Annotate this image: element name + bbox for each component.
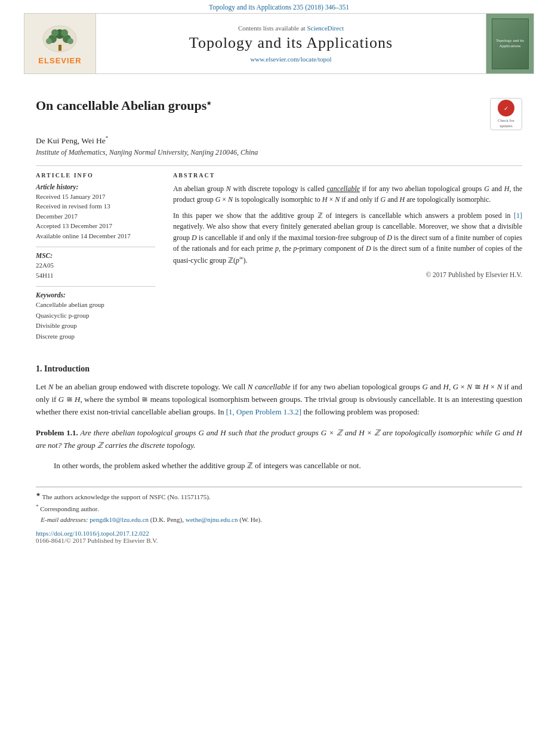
abstract-ref-1-link[interactable]: [1]	[514, 211, 522, 220]
article-info-heading: ARTICLE INFO	[36, 172, 155, 179]
keywords-label: Keywords:	[36, 291, 155, 299]
check-updates-icon: ✓	[498, 100, 514, 116]
abstract-paragraph-1: An abelian group N with discrete topolog…	[173, 183, 522, 205]
elsevier-logo: ELSEVIER	[38, 22, 81, 65]
svg-rect-1	[58, 45, 61, 51]
authors-line: De Kui Peng, Wei He*	[36, 135, 522, 146]
doi-line: https://doi.org/10.1016/j.topol.2017.12.…	[36, 530, 522, 537]
elsevier-wordmark: ELSEVIER	[38, 56, 81, 65]
history-item-1: Received in revised form 13	[36, 201, 155, 211]
journal-website-link[interactable]: www.elsevier.com/locate/topol	[250, 56, 331, 63]
science-direct-link[interactable]: ScienceDirect	[307, 24, 344, 32]
history-item-0: Received 15 January 2017	[36, 192, 155, 202]
keyword-2: Divisible group	[36, 321, 155, 331]
history-label: Article history:	[36, 183, 155, 190]
introduction-section-title: 1. Introduction	[36, 364, 522, 374]
email-he-link[interactable]: wethe@njnu.edu.cn	[186, 516, 238, 523]
problem-label: Problem 1.1.	[36, 428, 78, 437]
paper-title: On cancellable Abelian groups★	[36, 98, 478, 113]
svg-point-7	[46, 38, 52, 44]
journal-header: ELSEVIER Contents lists available at Sci…	[24, 13, 534, 74]
paper-title-row: On cancellable Abelian groups★ ✓ Check f…	[36, 98, 522, 130]
doi-link[interactable]: https://doi.org/10.1016/j.topol.2017.12.…	[36, 530, 149, 537]
svg-text:✓: ✓	[504, 105, 508, 112]
in-other-words-text: In other words, the problem asked whethe…	[54, 460, 522, 472]
svg-point-8	[67, 38, 73, 44]
msc-item-1: 54H11	[36, 271, 155, 281]
abstract-paragraph-2: In this paper we show that the additive …	[173, 210, 522, 266]
divider-1	[36, 165, 522, 166]
elsevier-tree-icon	[41, 22, 79, 55]
abstract-column: ABSTRACT An abelian group N with discret…	[173, 172, 522, 348]
affiliation-line: Institute of Mathematics, Nanjing Normal…	[36, 148, 522, 157]
msc-label: MSC:	[36, 252, 155, 259]
footnote-3: E-mail addresses: pengdk10@lzu.edu.cn (D…	[36, 515, 522, 525]
email-peng-link[interactable]: pengdk10@lzu.edu.cn	[90, 516, 149, 523]
check-updates-label: Check forupdates	[498, 118, 514, 128]
introduction-paragraph-1: Let N be an abelian group endowed with d…	[36, 381, 522, 418]
footnote-2: * Corresponding author.	[36, 503, 522, 514]
problem-text: Problem 1.1. Are there abelian topologic…	[36, 427, 522, 452]
svg-point-6	[61, 29, 68, 36]
title-star: ★	[206, 100, 211, 106]
journal-cover-thumbnail: Topology and its Applications	[486, 14, 534, 73]
svg-point-5	[51, 29, 58, 36]
copyright-line: 0166-8641/© 2017 Published by Elsevier B…	[36, 537, 522, 544]
elsevier-logo-area: ELSEVIER	[24, 14, 96, 73]
history-item-3: Accepted 13 December 2017	[36, 221, 155, 231]
left-divider-1	[36, 247, 155, 247]
check-updates-svg-icon: ✓	[501, 103, 511, 113]
abstract-copyright: © 2017 Published by Elsevier H.V.	[173, 271, 522, 278]
journal-title: Topology and its Applications	[189, 34, 393, 52]
journal-center-info: Contents lists available at ScienceDirec…	[96, 14, 486, 73]
footnote-1: ★ The authors acknowledge the support of…	[36, 491, 522, 502]
journal-website-line: www.elsevier.com/locate/topol	[250, 56, 331, 63]
contents-text: Contents lists available at	[238, 24, 306, 32]
keyword-1: Quasicyclic p-group	[36, 311, 155, 321]
keyword-3: Discrete group	[36, 331, 155, 342]
msc-item-0: 22A05	[36, 260, 155, 271]
problem-1-1-box: Problem 1.1. Are there abelian topologic…	[36, 427, 522, 452]
abstract-heading: ABSTRACT	[173, 172, 522, 179]
corresponding-author-star: *	[106, 135, 109, 141]
keyword-0: Cancellable abelian group	[36, 300, 155, 311]
article-history-block: Article history: Received 15 January 201…	[36, 183, 155, 241]
history-item-4: Available online 14 December 2017	[36, 231, 155, 241]
keywords-block: Keywords: Cancellable abelian group Quas…	[36, 291, 155, 342]
journal-reference-link[interactable]: Topology and its Applications 235 (2018)…	[209, 4, 349, 11]
footnotes-divider	[36, 487, 522, 487]
msc-block: MSC: 22A05 54H11	[36, 252, 155, 280]
article-info-column: ARTICLE INFO Article history: Received 1…	[36, 172, 155, 348]
contents-available-line: Contents lists available at ScienceDirec…	[238, 24, 344, 32]
main-content: On cancellable Abelian groups★ ✓ Check f…	[0, 74, 558, 556]
history-item-2: December 2017	[36, 211, 155, 222]
check-for-updates-badge: ✓ Check forupdates	[490, 98, 522, 130]
info-abstract-section: ARTICLE INFO Article history: Received 1…	[36, 172, 522, 348]
intro-ref-link[interactable]: [1, Open Problem 1.3.2]	[226, 407, 301, 416]
left-divider-2	[36, 286, 155, 287]
cancellable-term: cancellable	[327, 185, 360, 193]
book-cover-text: Topology and its Applications	[495, 38, 526, 49]
journal-reference-bar: Topology and its Applications 235 (2018)…	[0, 0, 558, 13]
book-cover: Topology and its Applications	[492, 19, 529, 69]
